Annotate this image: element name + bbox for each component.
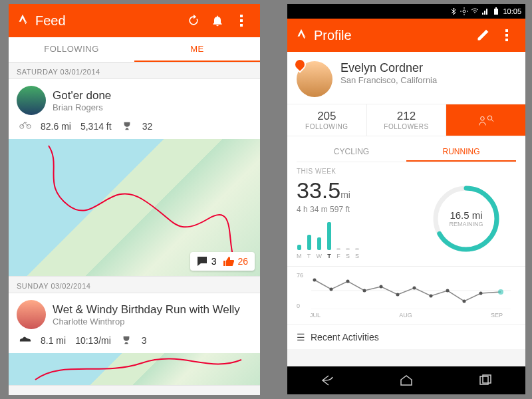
pace-value: 10:13/mi [75, 335, 111, 346]
activity-card-1[interactable]: Got'er done Brian Rogers 82.6 mi 5,314 f… [9, 78, 260, 277]
daily-bars-chart: MTWTFSS [297, 222, 416, 259]
svg-point-15 [413, 287, 416, 290]
back-button[interactable] [287, 366, 366, 394]
overflow-menu-button[interactable] [495, 23, 519, 47]
activity-title: Got'er done [53, 89, 111, 102]
profile-location: San Francisco, California [340, 75, 437, 85]
android-navbar [287, 366, 525, 394]
feed-title: Feed [35, 13, 66, 29]
find-friends-button[interactable] [446, 104, 525, 136]
activity-stats: 8.1 mi 10:13/mi 3 [9, 333, 260, 353]
notifications-button[interactable] [205, 9, 229, 33]
strava-logo-icon [15, 13, 30, 28]
refresh-button[interactable] [182, 9, 205, 33]
svg-rect-4 [495, 7, 497, 9]
shoe-icon [19, 334, 31, 346]
profile-name: Evelyn Cordner [340, 61, 437, 75]
profile-screen: 10:05 Profile Evelyn Cordner San Francis… [287, 4, 525, 394]
feed-appbar: Feed [9, 4, 260, 37]
profile-title: Profile [314, 28, 352, 43]
feed-tabs: FOLLOWING ME [9, 37, 260, 63]
wifi-icon [471, 7, 479, 15]
svg-point-2 [463, 10, 466, 13]
android-statusbar: 10:05 [287, 4, 525, 19]
date-header-2: SUNDAY 03/02/2014 [9, 277, 260, 293]
svg-point-19 [479, 292, 483, 295]
trophy-icon [121, 121, 133, 132]
follow-stats-row: 205 FOLLOWING 212 FOLLOWERS [287, 104, 525, 136]
svg-point-14 [396, 293, 400, 297]
week-substats: 4 h 34 m 597 ft [297, 205, 416, 214]
clock: 10:05 [503, 7, 521, 15]
tab-me[interactable]: ME [134, 37, 260, 62]
svg-point-11 [346, 280, 350, 283]
svg-rect-3 [494, 9, 498, 15]
svg-point-13 [380, 285, 383, 289]
trophy-count: 32 [142, 121, 153, 132]
battery-icon [492, 7, 500, 15]
goal-ring-chart: 16.5 miREMAINING [416, 178, 516, 259]
feed-screen: Feed FOLLOWING ME SATURDAY 03/01/2014 Go… [9, 4, 260, 395]
svg-point-18 [463, 300, 466, 303]
comment-button[interactable]: 3 [197, 256, 217, 267]
activity-stats: 82.6 mi 5,314 ft 32 [9, 119, 260, 139]
location-icon [460, 7, 468, 15]
mileage-sparkline-chart: 76 0 JUL AUG SEP [287, 266, 525, 325]
svg-point-10 [330, 288, 333, 291]
trophy-icon [120, 335, 132, 346]
svg-point-6 [487, 116, 492, 120]
avatar[interactable] [17, 300, 46, 329]
recents-button[interactable] [446, 366, 525, 394]
svg-point-17 [446, 289, 450, 293]
activity-title: Wet & Windy Birthday Run with Welly [53, 303, 240, 317]
this-week-label: THIS WEEK [297, 168, 516, 175]
stats-panel: CYCLING RUNNING THIS WEEK 33.5mi 4 h 34 … [287, 136, 525, 266]
following-button[interactable]: 205 FOLLOWING [287, 104, 367, 136]
list-icon: ☰ [297, 332, 305, 342]
distance-value: 82.6 mi [41, 121, 71, 132]
trophy-count: 3 [142, 335, 147, 346]
bike-icon [19, 120, 31, 132]
week-distance: 33.5mi [297, 178, 416, 203]
activity-user: Charlotte Winthrop [53, 317, 240, 327]
svg-point-5 [480, 116, 484, 120]
tab-running[interactable]: RUNNING [406, 143, 516, 162]
svg-point-20 [498, 289, 503, 295]
overflow-menu-button[interactable] [229, 9, 253, 33]
tab-following[interactable]: FOLLOWING [9, 37, 134, 62]
profile-header: Evelyn Cordner San Francisco, California [287, 52, 525, 104]
tab-cycling[interactable]: CYCLING [297, 143, 406, 162]
edit-button[interactable] [471, 23, 495, 47]
signal-icon [481, 7, 489, 15]
home-button[interactable] [366, 366, 446, 394]
activity-card-2[interactable]: Wet & Windy Birthday Run with Welly Char… [9, 293, 260, 386]
strava-logo-icon [294, 28, 309, 43]
profile-appbar: Profile [287, 19, 525, 52]
svg-point-12 [363, 289, 366, 293]
svg-point-9 [313, 279, 317, 282]
bluetooth-icon [450, 7, 458, 15]
social-bar: 3 26 [190, 252, 255, 271]
recent-activities-button[interactable]: ☰ Recent Activities [287, 325, 525, 349]
svg-point-16 [430, 295, 433, 298]
activity-user: Brian Rogers [53, 102, 111, 112]
date-header-1: SATURDAY 03/01/2014 [9, 63, 260, 78]
elevation-value: 5,314 ft [80, 121, 112, 132]
followers-button[interactable]: 212 FOLLOWERS [367, 104, 447, 136]
kudos-button[interactable]: 26 [223, 256, 248, 267]
route-line-icon [9, 353, 260, 385]
activity-map[interactable]: 3 26 [9, 139, 260, 276]
activity-map[interactable] [9, 353, 260, 385]
avatar[interactable] [17, 86, 46, 115]
distance-value: 8.1 mi [41, 335, 66, 346]
